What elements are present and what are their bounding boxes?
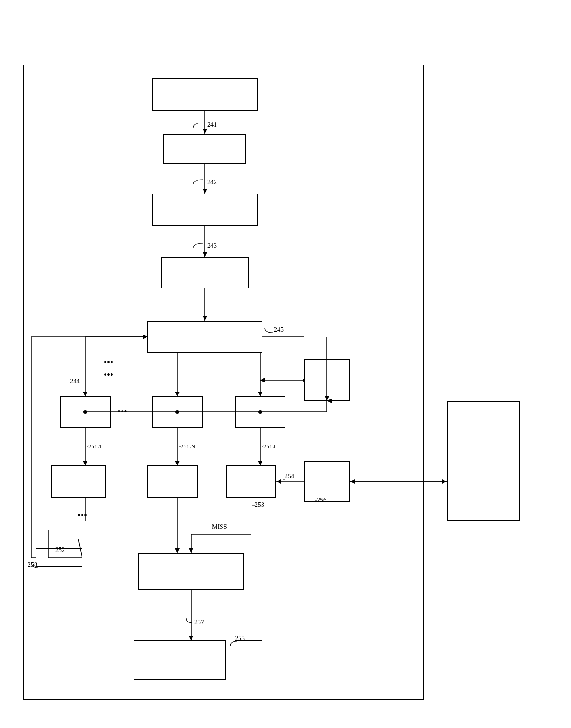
reg-file-box	[304, 359, 350, 401]
rsl-box	[235, 396, 286, 428]
fetch-box	[163, 134, 246, 164]
rs1-box	[60, 396, 111, 428]
retire-box	[134, 640, 226, 680]
l1-box	[304, 461, 350, 502]
rename-box	[161, 257, 249, 288]
processor-core-box	[152, 78, 258, 111]
replay-mux-box	[147, 321, 262, 353]
svg-marker-72	[442, 479, 447, 484]
rob-box	[138, 553, 244, 590]
eul-box	[226, 465, 276, 498]
eu1-box	[51, 465, 106, 498]
wb-box	[235, 640, 262, 663]
translator-box	[152, 194, 258, 226]
rsn-box	[152, 396, 203, 428]
eun-box	[147, 465, 198, 498]
uncore-box	[447, 401, 520, 521]
replay-box	[36, 548, 82, 567]
